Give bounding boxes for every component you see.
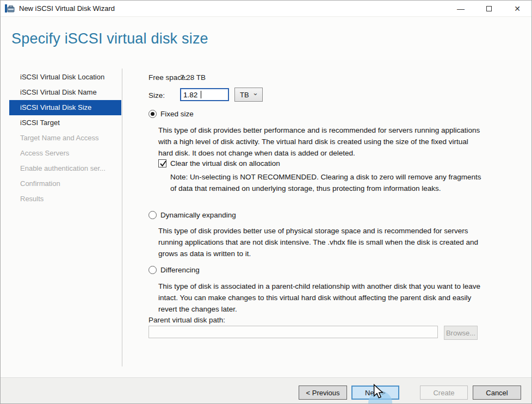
page-header: Specify iSCSI virtual disk size xyxy=(1,17,531,60)
unit-dropdown-value: TB xyxy=(240,91,249,99)
text-caret xyxy=(201,91,201,98)
create-button[interactable]: Create xyxy=(420,386,468,400)
fixed-size-label: Fixed size xyxy=(160,110,194,118)
window-title: New iSCSI Virtual Disk Wizard xyxy=(19,4,115,13)
cancel-button[interactable]: Cancel xyxy=(473,386,521,400)
footer-bar: < Previous Next > Create Cancel xyxy=(1,377,531,403)
previous-button[interactable]: < Previous xyxy=(299,386,347,400)
clear-disk-note: Note: Un-selecting is NOT RECOMMENDED. C… xyxy=(170,171,485,194)
differencing-description: This type of disk is associated in a par… xyxy=(158,281,485,315)
minimize-button[interactable]: — xyxy=(447,1,475,17)
dynamically-expanding-description: This type of disk provides better use of… xyxy=(158,225,485,259)
mouse-cursor-icon xyxy=(372,384,385,401)
fixed-size-radio[interactable] xyxy=(149,110,157,118)
parent-path-label: Parent virtual disk path: xyxy=(149,316,225,324)
server-manager-icon xyxy=(5,4,15,13)
close-button[interactable]: ✕ xyxy=(503,1,531,17)
size-input-wrap xyxy=(180,88,229,101)
browse-button[interactable]: Browse... xyxy=(444,326,478,340)
title-bar: New iSCSI Virtual Disk Wizard — ✕ xyxy=(1,1,531,17)
maximize-icon xyxy=(486,6,492,11)
differencing-radio[interactable] xyxy=(149,266,157,274)
parent-path-input-wrap xyxy=(149,326,438,338)
dynamically-expanding-radio[interactable] xyxy=(149,211,157,219)
clear-disk-checkbox-label: Clear the virtual disk on allocation xyxy=(170,159,280,167)
clear-disk-checkbox[interactable] xyxy=(158,159,166,167)
wizard-window: New iSCSI Virtual Disk Wizard — ✕ Specif… xyxy=(0,0,532,404)
minimize-icon: — xyxy=(457,4,465,13)
chevron-down-icon: ⌄ xyxy=(252,89,258,97)
parent-path-input[interactable] xyxy=(149,326,437,338)
unit-dropdown[interactable]: TB ⌄ xyxy=(234,88,263,102)
close-icon: ✕ xyxy=(514,4,521,13)
free-space-value: 7.28 TB xyxy=(180,73,206,82)
page-title: Specify iSCSI virtual disk size xyxy=(11,30,208,47)
size-input[interactable] xyxy=(181,89,228,100)
maximize-button[interactable] xyxy=(475,1,503,17)
differencing-label: Differencing xyxy=(160,266,200,274)
fixed-size-description: This type of disk provides better perfor… xyxy=(158,125,485,159)
dynamically-expanding-label: Dynamically expanding xyxy=(160,211,236,219)
disk-size-pane: Free space: 7.28 TB Size: TB ⌄ Fixed siz… xyxy=(1,60,531,377)
size-label: Size: xyxy=(149,91,165,100)
